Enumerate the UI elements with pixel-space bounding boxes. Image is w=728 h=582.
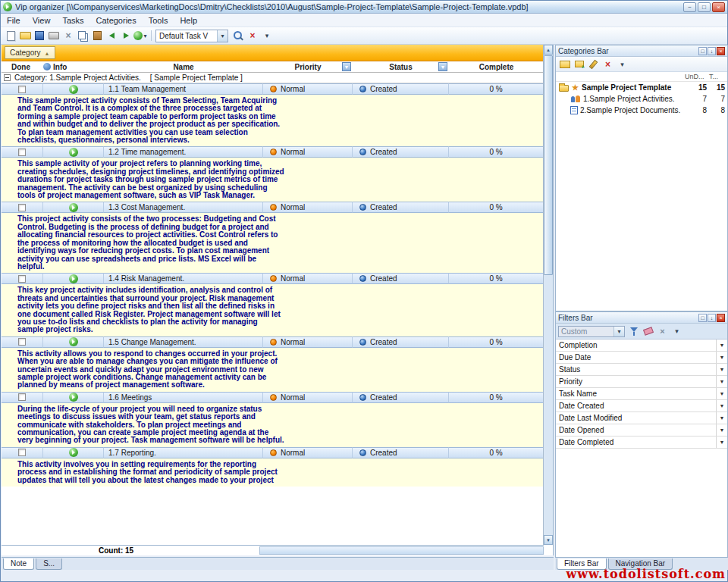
task-name-cell[interactable]: 1.4 Risk Management. (104, 273, 263, 284)
find-icon[interactable] (231, 30, 245, 42)
task-name-cell[interactable]: 1.5 Change Management. (104, 336, 263, 348)
menu-item-categories[interactable]: Categories (90, 14, 143, 27)
task-done-checkbox[interactable] (18, 86, 26, 93)
total-column-header[interactable]: T... (709, 73, 727, 80)
task-row[interactable]: 1.6 Meetings Normal Created 0 % (2, 392, 544, 403)
autohide-icon[interactable] (708, 47, 716, 55)
task-priority-cell[interactable]: Normal (263, 146, 353, 158)
filter-row-task-name[interactable]: Task Name (556, 388, 727, 400)
task-row[interactable]: 1.3 Cost Management. Normal Created 0 % (2, 202, 544, 213)
task-note[interactable]: This activity involves you in setting re… (2, 458, 544, 487)
task-done-checkbox[interactable] (18, 393, 26, 401)
task-done-checkbox[interactable] (18, 338, 26, 346)
task-name-cell[interactable]: 1.1 Team Management (104, 83, 263, 95)
task-complete-cell[interactable]: 0 % (449, 336, 544, 348)
task-row[interactable]: 1.4 Risk Management. Normal Created 0 % (2, 273, 544, 284)
minimize-icon[interactable] (683, 2, 696, 12)
dropdown-icon[interactable] (716, 352, 727, 363)
status-filter-dropdown-icon[interactable] (438, 62, 447, 71)
task-done-checkbox[interactable] (18, 149, 26, 156)
dropdown-icon[interactable] (716, 412, 727, 424)
task-complete-cell[interactable]: 0 % (449, 392, 544, 403)
task-name-cell[interactable]: 1.2 Time management. (104, 146, 263, 158)
task-status-cell[interactable]: Created (353, 146, 449, 158)
save-icon[interactable] (33, 30, 46, 42)
dropdown-icon[interactable] (716, 400, 727, 411)
task-complete-cell[interactable]: 0 % (449, 273, 544, 284)
dropdown-icon[interactable] (716, 364, 727, 375)
task-complete-cell[interactable]: 0 % (449, 202, 544, 213)
new-icon[interactable] (4, 30, 17, 42)
column-header-status[interactable]: Status (353, 61, 449, 72)
menu-item-view[interactable]: View (27, 14, 57, 27)
close-icon[interactable] (717, 47, 725, 55)
menu-item-file[interactable]: File (1, 14, 27, 27)
task-note[interactable]: This sample project activity consists of… (2, 95, 544, 146)
close-small-icon[interactable] (656, 325, 669, 337)
task-row[interactable]: 1.5 Change Management. Normal Created 0 … (2, 336, 544, 348)
editcat-icon[interactable] (587, 58, 600, 70)
autohide-icon[interactable] (708, 314, 716, 322)
dropdown-icon[interactable] (716, 376, 727, 387)
collapse-icon[interactable] (4, 74, 11, 81)
task-row[interactable]: 1.2 Time management. Normal Created 0 % (2, 146, 544, 158)
close-icon[interactable] (717, 314, 725, 322)
dropdown-icon[interactable] (716, 388, 727, 399)
column-header-name[interactable]: Name (104, 61, 263, 72)
redo-icon[interactable] (119, 30, 133, 42)
task-priority-cell[interactable]: Normal (263, 392, 353, 403)
task-priority-cell[interactable]: Normal (263, 202, 353, 213)
scrollbar-thumb[interactable] (544, 55, 553, 275)
task-info-icon[interactable] (69, 148, 78, 157)
task-note[interactable]: This activity allows you to respond to c… (2, 348, 544, 392)
priority-filter-dropdown-icon[interactable] (342, 62, 351, 71)
column-header-priority[interactable]: Priority (263, 61, 353, 72)
vertical-scrollbar[interactable] (543, 45, 553, 545)
dropdown-icon[interactable] (260, 30, 274, 42)
task-note[interactable]: During the life-cycle of your project yo… (2, 403, 544, 447)
task-row[interactable]: 1.1 Team Management Normal Created 0 % (2, 83, 544, 95)
task-priority-cell[interactable]: Normal (263, 273, 353, 284)
horizontal-scrollbar[interactable] (259, 546, 544, 555)
task-info-icon[interactable] (69, 393, 78, 402)
dropdown-icon[interactable] (716, 340, 727, 351)
task-view-combobox[interactable]: Default Task V (155, 30, 228, 42)
dropdown-icon[interactable] (616, 58, 629, 70)
float-icon[interactable] (698, 47, 707, 55)
filter-row-date-opened[interactable]: Date Opened (556, 424, 727, 436)
tab-note[interactable]: Note (3, 559, 34, 570)
eraser-icon[interactable] (642, 325, 654, 337)
task-note[interactable]: This project activity consists of the tw… (2, 213, 544, 273)
dropdown-icon[interactable] (670, 325, 683, 337)
cut-icon[interactable] (61, 30, 75, 42)
tree-item[interactable]: 1.Sample Project Activities.77 (556, 93, 727, 105)
filter-row-priority[interactable]: Priority (556, 376, 727, 388)
task-done-checkbox[interactable] (18, 449, 26, 456)
column-header-info[interactable]: Info (43, 61, 104, 72)
task-status-cell[interactable]: Created (353, 83, 449, 95)
task-priority-cell[interactable]: Normal (263, 336, 353, 348)
task-done-checkbox[interactable] (18, 275, 26, 283)
task-row[interactable]: 1.7 Reporting. Normal Created 0 % (2, 447, 544, 458)
task-info-icon[interactable] (69, 203, 78, 212)
clear-icon[interactable] (246, 30, 259, 42)
paste-icon[interactable] (90, 30, 104, 42)
column-header-done[interactable]: Done (2, 61, 43, 72)
task-info-icon[interactable] (69, 85, 78, 94)
task-priority-cell[interactable]: Normal (263, 83, 353, 95)
copy-icon[interactable] (76, 30, 89, 42)
filter-preset-combobox[interactable]: Custom (558, 326, 625, 337)
undone-column-header[interactable]: UnD... (685, 73, 709, 80)
group-by-category-chip[interactable]: Category (5, 46, 55, 59)
newcat-icon[interactable] (558, 58, 571, 70)
tree-item[interactable]: 2.Sample Project Documents.88 (556, 105, 727, 116)
scroll-up-icon[interactable] (544, 45, 553, 55)
task-name-cell[interactable]: 1.3 Cost Management. (104, 202, 263, 213)
filter-row-completion[interactable]: Completion (556, 340, 727, 352)
task-name-cell[interactable]: 1.7 Reporting. (104, 447, 263, 458)
column-header-complete[interactable]: Complete (449, 61, 544, 72)
task-complete-cell[interactable]: 0 % (449, 83, 544, 95)
filter-row-date-last-modified[interactable]: Date Last Modified (556, 412, 727, 424)
task-priority-cell[interactable]: Normal (263, 447, 353, 458)
task-status-cell[interactable]: Created (353, 336, 449, 348)
